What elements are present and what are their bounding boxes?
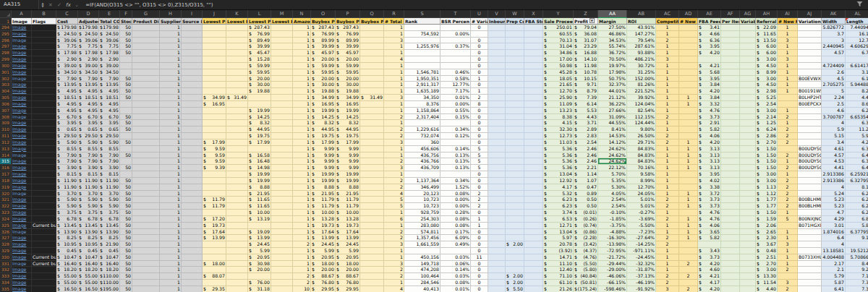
cell-AL328[interactable] [846,241,868,248]
cell-N315[interactable]: 1 [293,158,311,165]
cell-F319[interactable]: 50 [120,184,132,191]
cell-Z315[interactable]: $2.46 [574,158,598,165]
cell-AA301[interactable]: 17.98% [598,69,627,76]
cell-L312[interactable]: $17.99 [248,139,271,146]
cell-AG296[interactable] [740,38,756,44]
cell-AH329[interactable]: $0.48 [756,248,778,254]
cell-U300[interactable]: 0 [471,63,488,69]
cell-Q327[interactable] [360,235,384,241]
image-link[interactable]: Image [12,38,26,43]
cell-J321[interactable]: $11.79 [203,197,226,203]
cell-AD326[interactable]: 1 [679,229,698,236]
cell-K333[interactable] [226,273,248,280]
cell-B306[interactable] [32,101,56,108]
cell-S322[interactable]: 10,723 [404,203,441,210]
cell-E305[interactable]: $18.51 [99,95,120,101]
cell-G294[interactable] [132,25,160,31]
cell-AK296[interactable]: 3 [822,38,846,44]
field-header-AL[interactable]: Length [846,18,868,25]
cell-A308[interactable]: Image [12,114,32,121]
cell-AB294[interactable]: 43.91% [627,25,656,31]
row-header-307[interactable]: 307 [0,108,12,114]
cell-AG325[interactable] [740,223,756,229]
cell-X307[interactable] [524,108,543,114]
cell-P298[interactable]: $45.97 [336,50,360,56]
cell-A330[interactable]: Image [12,254,32,261]
cell-M331[interactable] [271,261,293,267]
cell-L309[interactable]: $8.32 [248,120,271,126]
cell-L305[interactable] [248,95,271,101]
cell-O308[interactable]: $14.25 [311,114,336,121]
cell-N303[interactable]: 1 [293,82,311,88]
col-header-S[interactable]: S [404,10,441,18]
cell-C330[interactable]: $10.47 [56,254,78,261]
cell-H319[interactable]: 1 [160,184,182,191]
cell-A300[interactable]: Image [12,63,32,69]
cell-L313[interactable] [248,146,271,153]
cell-AA296[interactable]: 34.53% [598,38,627,44]
cell-E332[interactable]: $18.20 [99,267,120,273]
cell-T321[interactable]: 0.00% [441,197,471,203]
cell-AH304[interactable]: $2.98 [756,88,778,95]
cell-AL332[interactable]: 9.2 [846,267,868,273]
cell-E315[interactable]: $7.90 [99,158,120,165]
cell-K329[interactable] [226,248,248,254]
cell-A298[interactable]: Image [12,50,32,56]
cell-AF321[interactable] [721,197,740,203]
cell-I325[interactable] [182,223,203,229]
cell-I314[interactable] [182,153,203,159]
cell-AK335[interactable]: 6.41 [822,286,846,292]
cell-I315[interactable] [182,158,203,165]
cell-AD304[interactable] [679,88,698,95]
cell-AH317[interactable]: $3.00 [756,171,778,178]
cell-N333[interactable]: 2 [293,273,311,280]
cell-R303[interactable]: 1 [384,82,404,88]
cell-A335[interactable]: Image [12,286,32,292]
cell-N301[interactable]: 1 [293,69,311,76]
cell-W322[interactable] [506,203,524,210]
cell-AL331[interactable]: 8.4 [846,261,868,267]
cell-W333[interactable]: $2.00 [506,273,524,280]
cell-L314[interactable]: $16.58 [248,153,271,159]
cell-P330[interactable]: $20.95 [336,254,360,261]
cell-W319[interactable] [506,184,524,191]
cell-G305[interactable] [132,95,160,101]
cell-B311[interactable] [32,133,56,139]
cell-F304[interactable]: 50 [120,88,132,95]
cell-K306[interactable] [226,101,248,108]
cell-AE298[interactable]: $4.20 [698,50,721,56]
cell-H321[interactable]: 1 [160,197,182,203]
cell-AI331[interactable]: 1 [778,261,798,267]
cell-AK301[interactable]: 2.6 [822,69,846,76]
cell-AG303[interactable] [740,82,756,88]
cell-T308[interactable]: 0.15% [441,114,471,121]
cell-I308[interactable] [182,114,203,121]
cell-R301[interactable]: 1 [384,69,404,76]
image-link[interactable]: Image [12,120,26,125]
cell-S308[interactable]: 2,317,404 [404,114,441,121]
col-header-AF[interactable]: AF [721,10,740,18]
cell-D324[interactable]: $6.78 [78,216,99,223]
cell-AE327[interactable]: $5.82 [698,235,721,241]
cell-B305[interactable] [32,95,56,101]
cell-R325[interactable]: 1 [384,223,404,229]
cell-V325[interactable] [488,223,506,229]
cell-AL300[interactable]: 6.61417 [846,63,868,69]
cell-AC315[interactable]: 1 [656,158,679,165]
cell-P326[interactable]: $17.64 [336,229,360,236]
row-header-299[interactable]: 299 [0,56,12,63]
cell-Y333[interactable]: $71.10 [543,273,574,280]
cell-C309[interactable]: $3.95 [56,120,78,126]
cell-V310[interactable] [488,126,506,133]
image-link[interactable]: Image [12,171,26,176]
cell-G330[interactable] [132,254,160,261]
cell-AD294[interactable] [679,25,698,31]
cell-O303[interactable]: $30.00 [311,82,336,88]
cell-X297[interactable] [524,43,543,50]
cell-Y310[interactable]: $32.30 [543,126,574,133]
cell-F318[interactable]: 50 [120,178,132,184]
cell-Q298[interactable] [360,50,384,56]
cell-AG295[interactable] [740,31,756,38]
cell-C328[interactable]: $10.95 [56,241,78,248]
cell-AH301[interactable]: $8.99 [756,69,778,76]
